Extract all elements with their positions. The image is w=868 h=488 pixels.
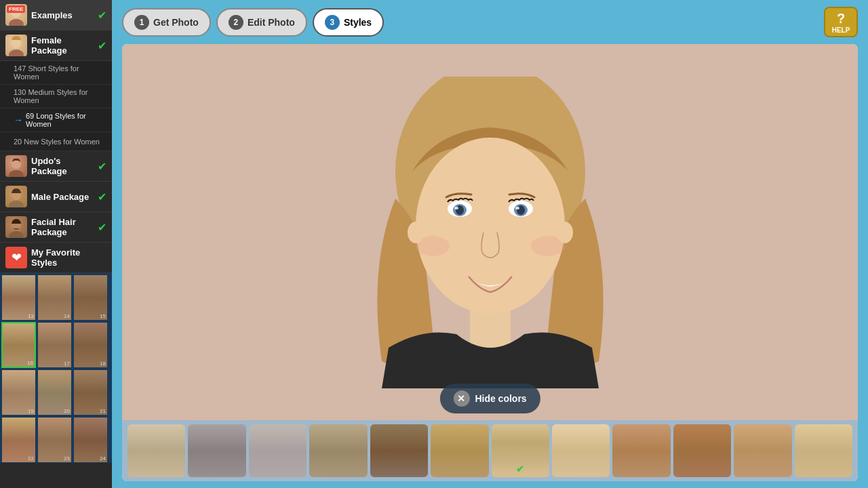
thumb-num-24: 24 [100,455,106,462]
medium-styles-label: 130 Medium Styles for Women [14,88,106,104]
thumb-num-22: 22 [28,455,34,462]
step1-label: Get Photo [153,17,199,28]
updos-avatar [5,155,27,177]
sidebar-sub-long-styles[interactable]: → 69 Long Styles for Women [0,108,112,132]
thumb-num-13: 13 [28,313,34,319]
sidebar-sub-new-styles[interactable]: 20 New Styles for Women [0,132,112,151]
sidebar: FREE Examples ✔ Female Package ✔ 147 Sho… [0,0,112,488]
sidebar-item-updos[interactable]: Updo's Package ✔ [0,151,112,182]
color-swatches-bar: ✔ [122,420,858,481]
styles-btn[interactable]: 3 Styles [313,8,384,37]
color-swatch-10[interactable] [673,424,731,477]
step2-label: Edit Photo [248,17,295,28]
thumb-23[interactable]: 23 [37,417,72,463]
sidebar-sub-medium-styles[interactable]: 130 Medium Styles for Women [0,85,112,108]
examples-label: Examples [31,10,95,20]
color-swatch-8[interactable] [552,424,610,477]
thumb-num-23: 23 [64,455,70,462]
free-badge: FREE [7,5,25,13]
hide-colors-button[interactable]: ✕ Hide colors [439,384,540,413]
thumb-15[interactable]: 15 [73,274,108,321]
updos-label: Updo's Package [31,156,95,176]
top-nav: 1 Get Photo 2 Edit Photo 3 Styles ? HELP [112,0,868,44]
thumb-num-16: 16 [27,360,33,366]
long-styles-label: 69 Long Styles for Women [26,112,106,128]
color-swatch-11[interactable] [734,424,791,477]
examples-avatar: FREE [5,4,27,26]
examples-check: ✔ [98,9,106,22]
thumb-14[interactable]: 14 [37,274,72,321]
male-check: ✔ [98,190,106,203]
sidebar-item-facial[interactable]: Facial Hair Package ✔ [0,212,112,243]
svg-point-9 [9,201,24,207]
photo-frame: ✕ Hide colors ✔ [122,44,858,481]
thumb-num-14: 14 [64,313,70,319]
short-styles-label: 147 Short Styles for Women [14,64,106,81]
edit-photo-btn[interactable]: 2 Edit Photo [216,8,307,37]
swatch-7-check: ✔ [516,464,524,474]
male-label: Male Package [31,192,95,202]
svg-point-19 [454,207,458,209]
thumb-row-4: 22 23 24 [1,417,111,463]
thumb-row-2: 16 17 18 [1,322,111,368]
get-photo-btn[interactable]: 1 Get Photo [122,8,211,37]
favorites-avatar: ❤ [5,247,27,268]
color-swatch-9[interactable] [612,424,670,477]
svg-point-5 [9,49,24,56]
svg-point-23 [515,207,519,209]
thumbnail-grid: 13 14 15 16 17 18 [0,273,112,463]
svg-point-1 [9,19,24,26]
thumb-num-20: 20 [64,408,70,414]
thumb-20[interactable]: 20 [37,369,72,415]
thumb-19[interactable]: 19 [1,369,36,415]
color-swatch-4[interactable] [309,424,367,477]
help-label: HELP [832,26,850,34]
color-swatch-12[interactable] [795,424,852,477]
thumb-21[interactable]: 21 [73,369,108,415]
male-avatar [5,186,27,207]
sidebar-item-female-package[interactable]: Female Package ✔ [0,30,112,61]
new-styles-label: 20 New Styles for Women [14,138,100,146]
female-package-label: Female Package [31,35,95,56]
sub-items-female: 147 Short Styles for Women 130 Medium St… [0,61,112,151]
color-swatch-1[interactable] [127,424,185,477]
facial-label: Facial Hair Package [31,217,95,237]
sidebar-sub-short-styles[interactable]: 147 Short Styles for Women [0,61,112,85]
color-swatch-6[interactable] [431,424,488,477]
sidebar-item-favorites[interactable]: ❤ My Favorite Styles [0,243,112,273]
female-package-check: ✔ [98,39,106,52]
sidebar-item-examples[interactable]: FREE Examples ✔ [0,0,112,30]
arrow-icon: → [14,115,23,125]
thumb-16[interactable]: 16 [1,322,36,368]
step1-number: 1 [134,15,149,30]
help-question-mark: ? [837,11,845,26]
svg-point-7 [9,170,24,177]
color-swatch-7[interactable]: ✔ [492,424,549,477]
hide-colors-label: Hide colors [475,393,526,404]
thumb-13[interactable]: 13 [1,274,36,321]
sidebar-item-male[interactable]: Male Package ✔ [0,182,112,212]
facial-check: ✔ [98,221,106,234]
color-swatch-3[interactable] [249,424,307,477]
favorites-label: My Favorite Styles [31,247,106,268]
color-swatch-5[interactable] [370,424,428,477]
main-content: 1 Get Photo 2 Edit Photo 3 Styles ? HELP [112,0,868,488]
thumb-24[interactable]: 24 [73,417,108,463]
thumb-num-18: 18 [100,361,106,367]
svg-point-15 [416,138,565,314]
svg-point-11 [9,231,24,238]
photo-area: ✕ Hide colors [122,44,858,420]
thumb-num-19: 19 [28,408,34,414]
thumb-row-1: 13 14 15 [1,274,111,321]
facial-avatar [5,216,27,238]
thumb-num-17: 17 [64,361,70,367]
color-swatch-2[interactable] [188,424,245,477]
thumb-17[interactable]: 17 [37,322,72,368]
help-button[interactable]: ? HELP [824,7,858,37]
step3-label: Styles [344,17,372,28]
thumb-22[interactable]: 22 [1,417,36,463]
face-display [122,44,858,420]
hide-colors-x-icon: ✕ [453,390,469,407]
thumb-18[interactable]: 18 [73,322,108,368]
step2-number: 2 [229,15,243,30]
